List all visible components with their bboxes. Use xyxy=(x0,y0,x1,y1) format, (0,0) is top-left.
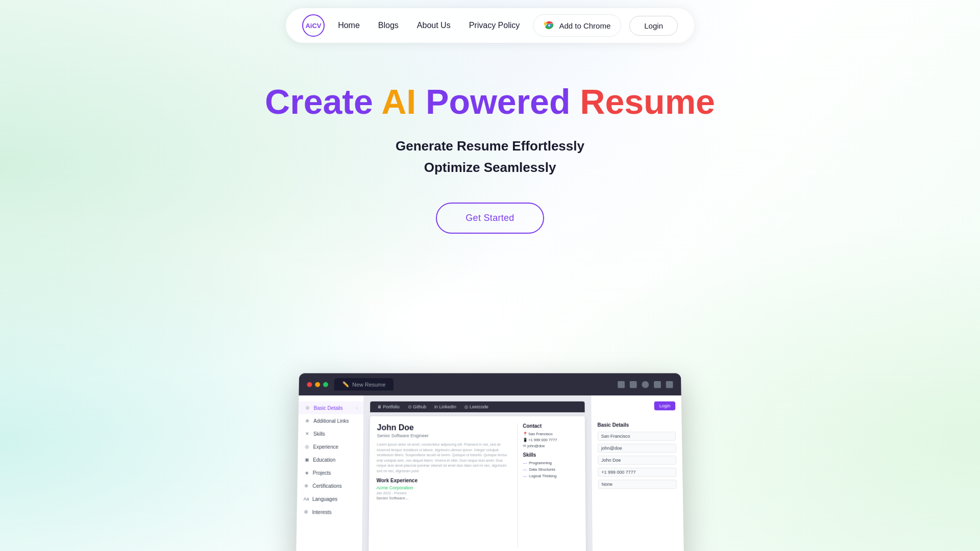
field-value-email: john@doe xyxy=(598,444,676,453)
app-content: ⊙ Basic Details › ⊕ Additional Links ✕ S… xyxy=(296,395,684,551)
sidebar-item-languages[interactable]: Aa Languages xyxy=(297,492,363,506)
app-mockup: ✏️ New Resume ⊙ Basic Details › xyxy=(296,370,684,551)
panel-top: Login xyxy=(597,402,675,416)
resume-two-col: John Doe Senior Software Engineer Lorem … xyxy=(376,423,579,548)
field-value-empty: None xyxy=(598,480,677,489)
resume-right-col: Contact 📍 San Francisco 📱 +1 999 000 777… xyxy=(517,423,578,548)
resume-job-title: Senior Software Engineer xyxy=(377,433,512,438)
tab-portfolio[interactable]: 🖥 Portfolio xyxy=(377,405,400,410)
panel-field-empty: None xyxy=(598,480,677,489)
browser-tab: ✏️ New Resume xyxy=(334,378,394,390)
contact-heading: Contact xyxy=(523,423,578,429)
nav-item-about[interactable]: About Us xyxy=(417,21,451,30)
toolbar-icon-4 xyxy=(654,381,661,388)
education-icon: ▣ xyxy=(304,457,310,463)
company-name: Acme Corporation xyxy=(376,485,512,490)
navbar: AiCV Home Blogs About Us Privacy Policy xyxy=(286,8,694,43)
panel-field-phone: +1 999 000 7777 xyxy=(598,468,676,477)
dot-yellow xyxy=(315,382,320,387)
nav-links: Home Blogs About Us Privacy Policy xyxy=(338,21,520,30)
languages-icon: Aa xyxy=(303,496,309,502)
work-exp-heading: Work Experience xyxy=(376,478,512,483)
nav-item-privacy[interactable]: Privacy Policy xyxy=(469,21,520,30)
tab-leetcode[interactable]: ◎ Leetcode xyxy=(464,405,488,410)
resume-summary: Lorem ipsum dolor sit amet, consectetur … xyxy=(377,442,512,474)
certifications-icon: ⊛ xyxy=(303,483,309,489)
logo-icon: AiCV xyxy=(302,14,325,37)
links-icon: ⊕ xyxy=(304,418,310,424)
add-to-chrome-button[interactable]: Add to Chrome xyxy=(533,14,621,37)
resume-left-col: John Doe Senior Software Engineer Lorem … xyxy=(376,423,512,548)
nav-right: Add to Chrome Login xyxy=(533,14,678,37)
contact-location: 📍 San Francisco xyxy=(523,432,578,436)
tab-linkedin[interactable]: in LinkedIn xyxy=(434,405,456,410)
svg-point-2 xyxy=(549,24,551,27)
sidebar-item-interests[interactable]: ⚙ Interests xyxy=(297,506,362,519)
app-right-panel: Login Basic Details San Francisco john@d… xyxy=(591,395,684,551)
skills-heading: Skills xyxy=(523,452,578,458)
toolbar-icons xyxy=(618,381,673,388)
panel-field-location: San Francisco xyxy=(598,432,676,441)
toolbar-icon-1 xyxy=(618,381,625,388)
panel-field-name: John Doe xyxy=(598,456,676,465)
sidebar-item-basic-details[interactable]: ⊙ Basic Details › xyxy=(299,402,364,414)
resume-name: John Doe xyxy=(377,423,512,433)
skills-list: Programming Data Structures Logical Thin… xyxy=(523,460,578,479)
resume-preview: 🖥 Portfolio ⊙ Github in LinkedIn ◎ Leetc… xyxy=(362,395,592,551)
contact-phone: 📱 +1 999 000 7777 xyxy=(523,438,578,442)
tab-github[interactable]: ⊙ Github xyxy=(408,405,427,410)
nav-item-home[interactable]: Home xyxy=(338,21,360,30)
dot-green xyxy=(323,382,328,387)
sidebar-item-experience[interactable]: ◎ Experience xyxy=(298,440,363,453)
skill-3: Logical Thinking xyxy=(523,473,578,480)
interests-icon: ⚙ xyxy=(303,509,309,515)
nav-item-blogs[interactable]: Blogs xyxy=(378,21,399,30)
toolbar-icon-5 xyxy=(666,381,673,388)
job-role: Senior Software... xyxy=(376,496,512,500)
sidebar-item-education[interactable]: ▣ Education xyxy=(298,453,363,466)
sidebar-arrow: › xyxy=(356,406,358,410)
experience-icon: ◎ xyxy=(304,444,310,450)
sidebar-item-skills[interactable]: ✕ Skills xyxy=(298,427,363,440)
toolbar-icon-3 xyxy=(642,381,649,388)
login-button[interactable]: Login xyxy=(629,16,678,36)
date-range: Jan 2022 - Present xyxy=(376,491,512,495)
hero-title: Create AI Powered Resume xyxy=(260,82,720,121)
projects-icon: ◈ xyxy=(304,470,310,476)
panel-login-button[interactable]: Login xyxy=(654,402,676,411)
chrome-icon xyxy=(544,20,555,31)
sidebar-item-certifications[interactable]: ⊛ Certifications xyxy=(297,479,363,492)
field-value-phone: +1 999 000 7777 xyxy=(598,468,676,477)
skills-icon: ✕ xyxy=(304,431,310,437)
contact-email: ✉ john@doe xyxy=(523,444,578,448)
panel-field-email: john@doe xyxy=(598,444,676,453)
dot-red xyxy=(307,382,312,387)
skill-1: Programming xyxy=(523,460,578,466)
field-value-name: John Doe xyxy=(598,456,676,465)
logo[interactable]: AiCV xyxy=(302,14,325,37)
sidebar-item-additional-links[interactable]: ⊕ Additional Links xyxy=(298,414,363,427)
resume-paper: John Doe Senior Software Engineer Lorem … xyxy=(369,416,586,551)
browser-window: ✏️ New Resume ⊙ Basic Details › xyxy=(296,373,684,551)
hero-subtitle: Generate Resume Effortlessly Optimize Se… xyxy=(260,136,720,178)
panel-section-title: Basic Details xyxy=(597,422,675,428)
sidebar-item-projects[interactable]: ◈ Projects xyxy=(298,466,363,480)
hero-section: Create AI Powered Resume Generate Resume… xyxy=(260,82,720,234)
app-sidebar: ⊙ Basic Details › ⊕ Additional Links ✕ S… xyxy=(296,395,364,551)
toolbar-icon-2 xyxy=(630,381,637,388)
get-started-button[interactable]: Get Started xyxy=(436,203,544,234)
basic-details-icon: ⊙ xyxy=(305,405,311,411)
field-value-location: San Francisco xyxy=(598,432,676,441)
resume-tabs-bar: 🖥 Portfolio ⊙ Github in LinkedIn ◎ Leetc… xyxy=(370,402,585,412)
browser-toolbar: ✏️ New Resume xyxy=(299,373,681,396)
browser-dots xyxy=(307,382,328,387)
skill-2: Data Structures xyxy=(523,466,578,473)
